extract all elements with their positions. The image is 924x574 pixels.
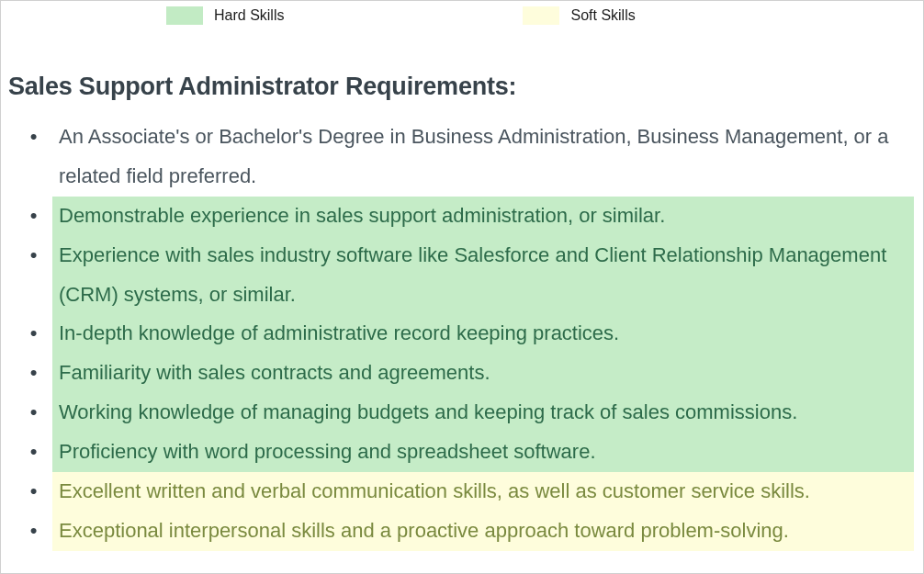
list-item-text: Proficiency with word processing and spr… [59,433,914,472]
list-item: •Demonstrable experience in sales suppor… [8,197,914,236]
list-item-text: Excellent written and verbal communicati… [59,472,914,512]
list-item: •Familiarity with sales contracts and ag… [8,354,914,393]
list-item: •Proficiency with word processing and sp… [8,433,914,472]
page-title: Sales Support Administrator Requirements… [8,73,914,101]
bullet-icon: • [8,197,59,236]
bullet-icon: • [8,393,59,433]
list-item: •Working knowledge of managing budgets a… [8,393,914,433]
requirements-list: •An Associate's or Bachelor's Degree in … [8,118,914,551]
hard-skills-swatch [166,6,203,25]
legend-hard-label: Hard Skills [214,7,284,24]
list-item-text: An Associate's or Bachelor's Degree in B… [59,118,914,197]
legend-hard-skills: Hard Skills [166,6,284,25]
list-item: •Excellent written and verbal communicat… [8,472,914,512]
list-item-text: Demonstrable experience in sales support… [59,197,914,236]
bullet-icon: • [8,512,59,551]
list-item-text: Experience with sales industry software … [59,236,914,315]
bullet-icon: • [8,433,59,472]
legend-soft-label: Soft Skills [570,7,635,24]
legend-soft-skills: Soft Skills [523,6,635,25]
list-item: •In-depth knowledge of administrative re… [8,314,914,354]
soft-skills-swatch [523,6,559,25]
list-item-text: In-depth knowledge of administrative rec… [59,314,914,354]
list-item: •An Associate's or Bachelor's Degree in … [8,118,914,197]
list-item: •Exceptional interpersonal skills and a … [8,512,914,551]
bullet-icon: • [8,118,59,157]
list-item-text: Working knowledge of managing budgets an… [59,393,914,433]
list-item-text: Familiarity with sales contracts and agr… [59,354,914,393]
list-item: •Experience with sales industry software… [8,236,914,315]
bullet-icon: • [8,236,59,276]
bullet-icon: • [8,472,59,512]
bullet-icon: • [8,354,59,393]
content-area: Sales Support Administrator Requirements… [1,27,923,551]
list-item-text: Exceptional interpersonal skills and a p… [59,512,914,551]
legend-bar: Hard Skills Soft Skills [1,1,923,27]
bullet-icon: • [8,314,59,354]
